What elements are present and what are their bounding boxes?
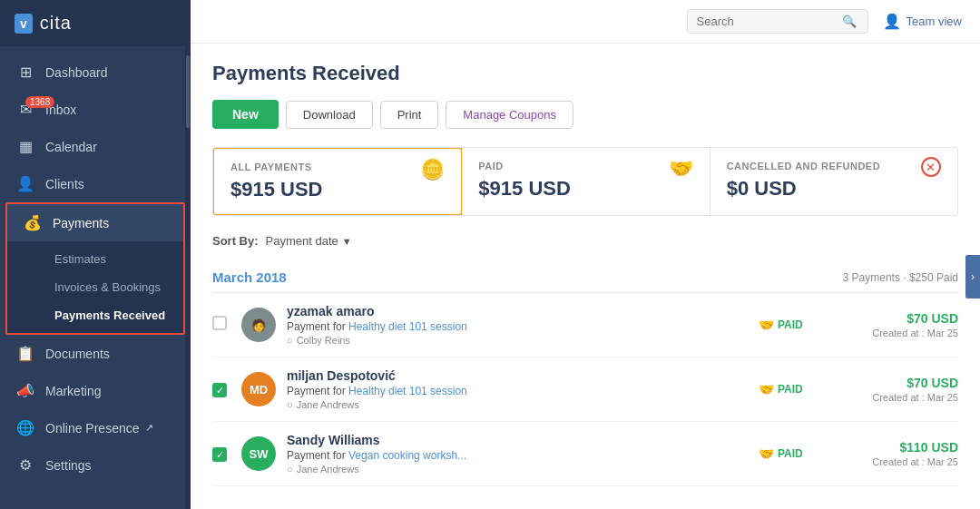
paid-status-icon-3: 🤝 — [759, 446, 774, 461]
row-amount-3: $110 USD Created at : Mar 25 — [849, 440, 958, 467]
sidebar-item-dashboard[interactable]: ⊞ Dashboard — [0, 54, 191, 91]
sidebar: v cita ⊞ Dashboard ✉ Inbox 1368 ▦ Calend… — [0, 0, 191, 509]
coins-icon: 🪙 — [420, 158, 445, 181]
summary-cards: ALL PAYMENTS $915 USD 🪙 PAID $915 USD 🤝 — [212, 147, 958, 216]
sidebar-item-payments-received[interactable]: Payments Received — [7, 301, 183, 329]
client-icon-3: ○ — [287, 464, 293, 475]
team-view-button[interactable]: 👤 Team view — [883, 13, 962, 30]
main-content: 🔍 👤 Team view Payments Received New Down… — [191, 0, 980, 509]
sort-select[interactable]: Payment date ▼ — [266, 234, 352, 248]
manage-coupons-button[interactable]: Manage Coupons — [446, 101, 573, 129]
all-payments-amount: $915 USD — [230, 178, 323, 201]
client-icon: ○ — [287, 335, 293, 346]
payment-row: ✓ MD miljan Despotović Payment for Healt… — [212, 357, 958, 422]
payment-service-3: Payment for Vegan cooking worksh... — [287, 449, 759, 462]
payment-name-3: Sandy Williams — [287, 433, 759, 447]
documents-icon: 📋 — [16, 345, 34, 362]
client-icon-2: ○ — [287, 399, 293, 410]
payment-service-2: Payment for Healthy diet 101 session — [287, 385, 759, 397]
amount-date-3: Created at : Mar 25 — [849, 456, 958, 467]
sidebar-item-marketing[interactable]: 📣 Marketing — [0, 372, 191, 409]
sort-label: Sort By: — [212, 234, 259, 248]
group-month: March 2018 — [212, 269, 287, 285]
payment-client-3: ○ Jane Andrews — [287, 464, 759, 475]
payments-submenu: Estimates Invoices & Bookings Payments R… — [7, 241, 183, 333]
sidebar-item-payments[interactable]: 💰 Payments — [7, 204, 183, 241]
sidebar-item-label: Online Presence — [45, 421, 140, 436]
checkbox-checked[interactable]: ✓ — [212, 383, 227, 397]
row-checkbox-3[interactable]: ✓ — [212, 445, 230, 463]
collapse-button[interactable]: › — [965, 255, 980, 299]
row-amount-2: $70 USD Created at : Mar 25 — [849, 376, 958, 403]
sidebar-item-clients[interactable]: 👤 Clients — [0, 165, 191, 202]
row-info-1: yzamak amaro Payment for Healthy diet 10… — [287, 304, 759, 346]
row-info-2: miljan Despotović Payment for Healthy di… — [287, 368, 759, 410]
sidebar-item-label: Calendar — [45, 140, 97, 154]
amount-value-1: $70 USD — [849, 311, 958, 326]
cancelled-card: CANCELLED AND REFUNDED $0 USD ✕ — [710, 148, 957, 215]
logo: v cita — [0, 0, 191, 46]
row-amount-1: $70 USD Created at : Mar 25 — [849, 311, 958, 338]
cancelled-amount: $0 USD — [727, 177, 880, 201]
header: 🔍 👤 Team view — [191, 0, 980, 44]
amount-date-1: Created at : Mar 25 — [849, 328, 958, 338]
amount-value-3: $110 USD — [849, 440, 958, 455]
sidebar-item-calendar[interactable]: ▦ Calendar — [0, 128, 191, 165]
clients-icon: 👤 — [16, 175, 34, 192]
sidebar-item-label: Settings — [45, 458, 92, 473]
sort-chevron-icon: ▼ — [342, 236, 352, 247]
paid-amount: $915 USD — [478, 177, 571, 201]
amount-value-2: $70 USD — [849, 376, 958, 390]
payment-status-2: 🤝 PAID — [759, 382, 849, 396]
payment-group-header: March 2018 3 Payments · $250 Paid — [212, 262, 958, 293]
sidebar-item-settings[interactable]: ⚙ Settings — [0, 446, 191, 484]
search-input[interactable] — [697, 15, 842, 28]
amount-date-2: Created at : Mar 25 — [849, 392, 958, 403]
payment-row: 🧑 yzamak amaro Payment for Healthy diet … — [212, 293, 958, 357]
checkbox-unchecked[interactable] — [212, 316, 227, 330]
row-info-3: Sandy Williams Payment for Vegan cooking… — [287, 433, 759, 475]
sidebar-nav: ⊞ Dashboard ✉ Inbox 1368 ▦ Calendar 👤 Cl… — [0, 46, 191, 509]
sidebar-item-inbox[interactable]: ✉ Inbox 1368 — [0, 91, 191, 128]
sidebar-item-estimates[interactable]: Estimates — [7, 245, 183, 273]
checkbox-checked-3[interactable]: ✓ — [212, 447, 227, 462]
team-view-icon: 👤 — [883, 13, 901, 30]
payment-client-1: ○ Colby Reins — [287, 335, 759, 346]
sort-bar: Sort By: Payment date ▼ — [212, 234, 958, 248]
online-presence-icon: 🌐 — [16, 419, 34, 436]
sidebar-item-online-presence[interactable]: 🌐 Online Presence ↗ — [0, 409, 191, 446]
marketing-icon: 📣 — [16, 382, 34, 399]
logo-text: cita — [40, 13, 72, 34]
sort-value: Payment date — [266, 234, 338, 248]
content-area: Payments Received New Download Print Man… — [191, 44, 980, 509]
all-payments-card: ALL PAYMENTS $915 USD 🪙 — [212, 147, 463, 216]
inbox-badge: 1368 — [25, 96, 54, 108]
search-icon: 🔍 — [842, 15, 857, 28]
avatar-3: SW — [241, 436, 276, 471]
row-checkbox-1[interactable] — [212, 316, 230, 334]
print-button[interactable]: Print — [380, 101, 439, 129]
payments-section: 💰 Payments Estimates Invoices & Bookings… — [5, 202, 185, 335]
paid-status-icon: 🤝 — [759, 318, 774, 332]
sidebar-item-label: Clients — [45, 177, 84, 191]
new-button[interactable]: New — [212, 100, 279, 129]
payment-name-1: yzamak amaro — [287, 304, 759, 318]
paid-label: PAID — [478, 161, 571, 171]
search-bar[interactable]: 🔍 — [687, 9, 868, 34]
settings-icon: ⚙ — [16, 456, 34, 474]
logo-icon: v — [15, 14, 33, 34]
payment-status-3: 🤝 PAID — [759, 446, 849, 461]
payment-name-2: miljan Despotović — [287, 368, 759, 383]
external-link-icon: ↗ — [145, 422, 153, 434]
payment-status-1: 🤝 PAID — [759, 318, 849, 332]
payment-service-1: Payment for Healthy diet 101 session — [287, 320, 759, 333]
toolbar: New Download Print Manage Coupons — [212, 100, 958, 129]
payment-row: ✓ SW Sandy Williams Payment for Vegan co… — [212, 422, 958, 486]
sidebar-item-documents[interactable]: 📋 Documents — [0, 335, 191, 372]
sidebar-item-invoices-bookings[interactable]: Invoices & Bookings — [7, 273, 183, 301]
sidebar-item-label: Payments — [53, 216, 109, 230]
download-button[interactable]: Download — [286, 101, 373, 129]
payment-client-2: ○ Jane Andrews — [287, 399, 759, 410]
dashboard-icon: ⊞ — [16, 64, 34, 81]
row-checkbox-2[interactable]: ✓ — [212, 381, 230, 398]
